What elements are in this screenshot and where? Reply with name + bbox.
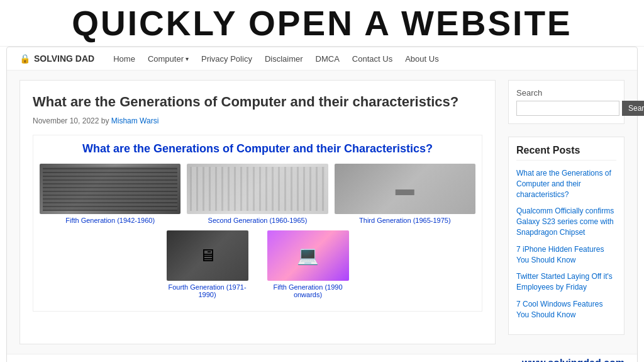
- site-logo[interactable]: 🔒 SOLVING DAD: [19, 54, 94, 64]
- gen-image-terminal: [335, 164, 475, 214]
- recent-posts: Recent Posts What are the Generations of…: [508, 137, 625, 335]
- nav-privacy[interactable]: Privacy Policy: [201, 54, 252, 64]
- gen-label-2: Second Generation (1960-1965): [208, 217, 308, 224]
- gen-image-desktop: [167, 230, 248, 281]
- article-inner: What are the Generations of Computer and…: [33, 135, 482, 312]
- nav-dmca[interactable]: DMCA: [316, 54, 340, 64]
- gen-item-1: Fifth Generation (1942-1960): [40, 164, 180, 224]
- article-meta: November 10, 2022 by Misham Warsi: [33, 116, 482, 125]
- footer-url: www.solvingdad.com: [522, 358, 625, 362]
- gen-grid-top: Fifth Generation (1942-1960) Second Gene…: [40, 164, 475, 224]
- search-label: Search: [516, 88, 616, 98]
- gen-label-5: Fifth Generation (1990 onwards): [267, 283, 349, 298]
- main-content: What are the Generations of Computer and…: [7, 71, 637, 354]
- nav-contact[interactable]: Contact Us: [352, 54, 392, 64]
- nav-computer-label: Computer: [148, 54, 184, 64]
- gen-label-4: Fourth Generation (1971-1990): [167, 283, 248, 298]
- gen-image-laptop: [267, 230, 349, 281]
- article-area: What are the Generations of Computer and…: [19, 80, 496, 344]
- lock-icon: 🔒: [19, 54, 30, 64]
- banner-title: QUICKLY OPEN A WEBSITE: [0, 6, 644, 41]
- recent-post-3[interactable]: 7 iPhone Hidden Features You Should Know: [516, 244, 616, 266]
- sidebar: Search Search Recent Posts What are the …: [508, 80, 625, 344]
- recent-post-4[interactable]: Twitter Started Laying Off it's Employee…: [516, 271, 616, 293]
- article-date: November 10, 2022: [33, 116, 99, 125]
- chevron-down-icon: ▾: [186, 55, 189, 62]
- article-title: What are the Generations of Computer and…: [33, 93, 482, 111]
- site-wrapper: 🔒 SOLVING DAD Home Computer ▾ Privacy Po…: [6, 47, 638, 362]
- gen-label-1: Fifth Generation (1942-1960): [65, 217, 155, 224]
- site-footer: www.solvingdad.com: [7, 354, 637, 362]
- search-input[interactable]: [516, 101, 619, 116]
- article-author[interactable]: Misham Warsi: [111, 116, 159, 125]
- nav-about[interactable]: About Us: [405, 54, 438, 64]
- search-box: Search Search: [508, 80, 625, 124]
- nav-computer[interactable]: Computer ▾: [148, 54, 189, 64]
- gen-grid-bottom: Fourth Generation (1971-1990) Fifth Gene…: [40, 230, 475, 298]
- gen-item-5: Fifth Generation (1990 onwards): [267, 230, 349, 298]
- gen-item-2: Second Generation (1960-1965): [187, 164, 328, 224]
- recent-post-2[interactable]: Qualcomm Officially confirms Galaxy S23 …: [516, 206, 616, 237]
- gen-label-3: Third Generation (1965-1975): [359, 217, 451, 224]
- gen-image-mainframe: [40, 164, 180, 214]
- gen-item-4: Fourth Generation (1971-1990): [167, 230, 248, 298]
- site-logo-text: SOLVING DAD: [34, 54, 94, 64]
- recent-post-5[interactable]: 7 Cool Windows Features You Should Know: [516, 299, 616, 320]
- recent-posts-title: Recent Posts: [516, 145, 616, 161]
- nav-home[interactable]: Home: [113, 54, 135, 64]
- nav-bar: 🔒 SOLVING DAD Home Computer ▾ Privacy Po…: [7, 47, 637, 71]
- article-by: by: [101, 116, 111, 125]
- article-inner-title: What are the Generations of Computer and…: [40, 142, 475, 156]
- gen-image-server: [187, 164, 328, 214]
- nav-links: Home Computer ▾ Privacy Policy Disclaime…: [113, 54, 438, 64]
- top-banner: QUICKLY OPEN A WEBSITE: [0, 0, 644, 47]
- recent-post-1[interactable]: What are the Generations of Computer and…: [516, 168, 616, 200]
- nav-disclaimer[interactable]: Disclaimer: [265, 54, 303, 64]
- gen-item-3: Third Generation (1965-1975): [335, 164, 475, 224]
- search-button[interactable]: Search: [622, 101, 644, 116]
- search-row: Search: [516, 101, 616, 116]
